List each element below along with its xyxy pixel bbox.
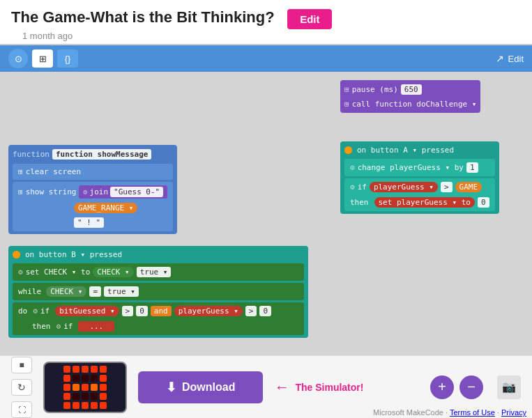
shake-label: SHAKE	[77, 362, 93, 364]
zoom-controls: + −	[430, 376, 483, 399]
change-row: ⚙ change playerGuess ▾ by 1	[344, 159, 495, 176]
toolbar-edit-label: Edit	[508, 54, 524, 64]
blocks-view-button[interactable]: ⊞	[32, 49, 53, 68]
led-3-1	[73, 393, 79, 400]
if2-icon: ⚙	[33, 307, 38, 316]
while-row: while CHECK ▾ = true ▾	[13, 283, 304, 300]
restart-icon: ↻	[17, 382, 26, 393]
call-fn-label: call function doChallenge ▾	[352, 100, 477, 109]
header-edit-button[interactable]: Edit	[287, 9, 332, 29]
footer-terms[interactable]: Terms of Use	[450, 408, 495, 417]
zero2-val: 0	[259, 306, 271, 316]
clear-icon: ⊞	[18, 167, 23, 176]
led-2-0	[63, 384, 70, 391]
led-3-2	[82, 393, 89, 400]
led-0-0	[63, 366, 70, 373]
led-3-0	[63, 393, 70, 400]
check-val-label: CHECK ▾	[97, 268, 129, 277]
footer-privacy[interactable]: Privacy	[501, 408, 526, 417]
toolbar-left: ⊙ ⊞ {}	[8, 49, 78, 68]
and-label: and	[151, 306, 172, 316]
do-row: do ⚙ if bitGuessed ▾ > 0 and playerGuess…	[13, 302, 304, 335]
set-check-label: set CHECK ▾ to	[26, 268, 91, 277]
arrow-icon: ←	[274, 378, 289, 396]
microbit-icon[interactable]: ⊙	[8, 49, 28, 68]
stop-button[interactable]: ■	[11, 357, 32, 373]
led-2-2	[82, 384, 89, 391]
microbit-footer-label: micro:bit	[77, 412, 93, 413]
led-0-3	[91, 366, 98, 373]
led-1-3	[91, 375, 98, 382]
then-label-a: then	[350, 198, 369, 207]
join-gear: ⚙	[83, 188, 87, 196]
gt2-val: >	[122, 306, 134, 316]
screenshot-button[interactable]: 📷	[497, 376, 521, 399]
led-1-4	[100, 375, 107, 382]
fullscreen-button[interactable]: ⛶	[11, 401, 32, 418]
check-pill[interactable]: CHECK ▾	[93, 267, 133, 277]
zoom-in-button[interactable]: +	[430, 376, 454, 399]
gt-a: >	[441, 182, 453, 192]
pause-call-block: ⊞ pause (ms) 650 ⊞ call function doChall…	[340, 80, 480, 113]
check-while-pill[interactable]: CHECK ▾	[46, 286, 86, 297]
clear-screen-label: clear screen	[26, 167, 81, 176]
stop-icon: ■	[19, 360, 24, 370]
fn-showmessage-block: function function showMessage ⊞ clear sc…	[8, 145, 177, 234]
player-guess-a-label: playerGuess ▾	[374, 183, 434, 192]
led-4-4	[100, 402, 107, 409]
led-0-2	[82, 366, 89, 373]
true-val: true ▾	[137, 267, 172, 277]
join-block: ⚙ join "Guess 0-"	[79, 185, 167, 199]
blocks-icon: ⊞	[39, 54, 47, 64]
clear-screen-row: ⊞ clear screen	[13, 164, 173, 180]
player-guess-a-pill[interactable]: playerGuess ▾	[370, 182, 438, 192]
set-pg-pill[interactable]: set playerGuess ▾ to	[374, 197, 475, 208]
led-1-2	[82, 375, 89, 382]
change-label: change playerGuess ▾ by	[358, 163, 464, 172]
simulator-screen: SHAKE	[43, 362, 127, 413]
show-icon: ⊞	[18, 187, 23, 196]
led-2-3	[91, 384, 98, 391]
download-label: Download	[182, 381, 235, 394]
bit-guessed-pill[interactable]: bitGuessed ▾	[55, 306, 119, 316]
pause-icon: ⊞	[344, 85, 349, 94]
led-2-4	[100, 384, 107, 391]
led-1-0	[63, 375, 70, 382]
guess-label-val: "Guess 0-"	[110, 187, 163, 197]
if-label-a: if	[358, 183, 367, 192]
pause-label-text: pause (ms)	[352, 85, 398, 94]
if-gear-a: ⚙	[350, 183, 355, 192]
nested-condition: ...	[78, 321, 114, 332]
game-range-label: GAME_RANGE ▾	[78, 203, 133, 212]
camera-icon: 📷	[502, 380, 516, 394]
led-2-1	[73, 384, 79, 391]
page-title: The Game-What is the Bit Thinking?	[11, 8, 275, 26]
game-range-a-pill[interactable]: GAME	[455, 182, 482, 192]
set-check-row: ⚙ set CHECK ▾ to CHECK ▾ true ▾	[13, 263, 304, 281]
game-range-a-label: GAME	[459, 183, 478, 192]
player-guess-b-pill[interactable]: playerGuess ▾	[174, 306, 243, 316]
change-icon: ⚙	[350, 163, 355, 172]
show-string-row: ⊞ show string ⚙ join "Guess 0-" GAME_RAN…	[13, 182, 173, 231]
true-val2: true ▾	[104, 286, 139, 297]
gt3-val: >	[245, 306, 257, 316]
js-view-button[interactable]: {}	[57, 49, 78, 68]
btn-b-block: on button B ▾ pressed ⚙ set CHECK ▾ to C…	[8, 246, 308, 338]
if3-icon: ⚙	[56, 322, 61, 331]
zoom-out-button[interactable]: −	[459, 376, 483, 399]
set-check-icon: ⚙	[18, 268, 23, 277]
js-icon: {}	[65, 54, 71, 64]
player-guess-b-label: playerGuess ▾	[178, 307, 238, 316]
code-canvas: ⊞ pause (ms) 650 ⊞ call function doChall…	[0, 72, 532, 399]
game-range-pill[interactable]: GAME_RANGE ▾	[74, 203, 137, 213]
then2-label: then	[32, 322, 51, 331]
btn-b-event-label: on button B ▾ pressed	[25, 250, 122, 259]
toolbar-right[interactable]: ↗ Edit	[496, 53, 524, 64]
restart-button[interactable]: ↻	[11, 379, 32, 396]
download-button[interactable]: ⬇ Download	[138, 371, 263, 403]
check-while-label: CHECK ▾	[50, 287, 82, 296]
event-circle-b	[13, 251, 20, 258]
external-link-icon: ↗	[496, 53, 504, 64]
call-fn-icon: ⊞	[344, 100, 349, 109]
pause-val[interactable]: 650	[401, 84, 422, 95]
